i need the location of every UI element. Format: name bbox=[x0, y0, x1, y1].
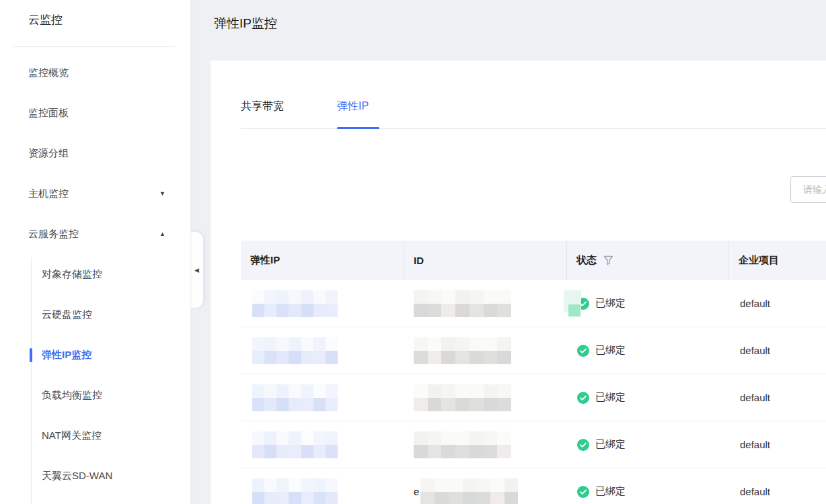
mosaic-block bbox=[490, 492, 504, 504]
mosaic-block bbox=[435, 492, 449, 504]
collapse-arrow-icon: ◀ bbox=[194, 267, 199, 274]
mosaic-band bbox=[414, 337, 511, 351]
status-label: 已绑定 bbox=[595, 438, 626, 451]
mosaic-block bbox=[484, 337, 498, 351]
mosaic-block bbox=[264, 337, 276, 351]
sidebar-subitem[interactable]: 天翼云SD-WAN bbox=[0, 456, 190, 496]
content-card: 共享带宽 弹性IP 弹性IPID状态企业项目 已绑定default已绑定defa… bbox=[211, 60, 826, 504]
mosaic-block bbox=[252, 445, 264, 458]
mosaic-block bbox=[313, 290, 326, 304]
mosaic-band bbox=[414, 431, 511, 445]
mosaic-block bbox=[463, 492, 477, 504]
sidebar-collapse-handle[interactable]: ◀ bbox=[190, 232, 203, 308]
mosaic-block bbox=[470, 290, 484, 304]
sidebar-item[interactable]: 监控面板 bbox=[0, 93, 190, 133]
mosaic-block bbox=[326, 337, 338, 351]
sidebar-item[interactable]: 监控概览 bbox=[0, 52, 190, 93]
mosaic-block bbox=[497, 398, 511, 411]
status-check-icon bbox=[577, 486, 589, 498]
mosaic-block bbox=[264, 351, 276, 364]
mosaic-block bbox=[455, 398, 470, 411]
censor-overlay bbox=[568, 304, 580, 317]
mosaic-block bbox=[470, 351, 484, 364]
cell-elastic-ip bbox=[241, 327, 404, 374]
table-row[interactable]: 已绑定default bbox=[241, 327, 826, 374]
mosaic-band bbox=[252, 431, 338, 445]
cell-status: 已绑定 bbox=[566, 327, 728, 374]
table-row[interactable]: 已绑定default bbox=[241, 374, 826, 421]
sidebar-item-label: 云服务监控 bbox=[28, 228, 79, 241]
column-header-label: 弹性IP bbox=[250, 254, 280, 267]
mosaic-block bbox=[428, 384, 442, 398]
status-badge: 已绑定 bbox=[566, 438, 626, 451]
mosaic-block bbox=[497, 290, 511, 304]
mosaic-block bbox=[476, 478, 490, 492]
tab-shared-bandwidth[interactable]: 共享带宽 bbox=[241, 99, 284, 114]
sidebar-subitem-label: 负载均衡监控 bbox=[42, 389, 102, 402]
cell-status: 已绑定 bbox=[566, 280, 728, 327]
table-row[interactable]: e已绑定default bbox=[241, 468, 826, 504]
sidebar-item-label: 监控概览 bbox=[28, 67, 69, 79]
mosaic-block bbox=[463, 478, 477, 492]
filter-funnel-icon[interactable] bbox=[603, 255, 613, 265]
sidebar-subitem[interactable]: 对象存储监控 bbox=[0, 254, 190, 294]
mosaic-block bbox=[289, 398, 301, 411]
mosaic-block bbox=[264, 478, 276, 492]
mosaic-band bbox=[414, 351, 511, 364]
cell-id bbox=[404, 374, 566, 421]
mosaic-block bbox=[264, 492, 276, 504]
sidebar-item-label: 监控面板 bbox=[28, 107, 69, 120]
mosaic-block bbox=[428, 445, 442, 458]
mosaic-band bbox=[252, 337, 338, 351]
sidebar-item[interactable]: 云服务监控▲ bbox=[0, 214, 190, 254]
sidebar-subitem-label: NAT网关监控 bbox=[42, 429, 102, 442]
cell-elastic-ip bbox=[241, 280, 404, 327]
mosaic-block bbox=[484, 445, 498, 458]
mosaic-block bbox=[504, 478, 519, 492]
mosaic-block bbox=[252, 290, 264, 304]
mosaic-block bbox=[276, 492, 289, 504]
mosaic-block bbox=[455, 304, 470, 317]
sidebar-item[interactable]: 主机监控▼ bbox=[0, 173, 190, 214]
mosaic-block bbox=[414, 398, 428, 411]
mosaic-block bbox=[252, 492, 264, 504]
mosaic-block bbox=[484, 431, 498, 445]
sidebar-subitem[interactable]: 负载均衡监控 bbox=[0, 375, 190, 415]
mosaic-block bbox=[276, 351, 289, 364]
mosaic-band bbox=[414, 398, 511, 411]
mosaic-band bbox=[252, 304, 338, 317]
censored-value bbox=[420, 478, 518, 504]
mosaic-band bbox=[414, 445, 511, 458]
mosaic-block bbox=[313, 351, 326, 364]
mosaic-block bbox=[264, 398, 276, 411]
mosaic-block bbox=[289, 492, 301, 504]
sidebar-item[interactable]: 资源分组 bbox=[0, 133, 190, 173]
active-item-marker bbox=[30, 348, 32, 362]
mosaic-block bbox=[484, 398, 498, 411]
mosaic-block bbox=[414, 431, 428, 445]
cell-id bbox=[404, 421, 566, 468]
censored-value bbox=[414, 431, 511, 458]
search-input[interactable] bbox=[790, 176, 826, 203]
sidebar-subitem[interactable]: 云硬盘监控 bbox=[0, 294, 190, 335]
mosaic-block bbox=[252, 478, 264, 492]
table-row[interactable]: 已绑定default bbox=[241, 280, 826, 327]
mosaic-band bbox=[252, 492, 338, 504]
mosaic-block bbox=[326, 492, 338, 504]
mosaic-block bbox=[455, 337, 470, 351]
mosaic-block bbox=[252, 337, 264, 351]
status-check-icon bbox=[577, 392, 589, 404]
status-badge: 已绑定 bbox=[566, 344, 626, 357]
mosaic-block bbox=[484, 304, 498, 317]
mosaic-block bbox=[414, 304, 428, 317]
sidebar-subitem[interactable]: 弹性IP监控 bbox=[0, 335, 190, 375]
tab-elastic-ip[interactable]: 弹性IP bbox=[337, 99, 369, 114]
sidebar-item-label: 主机监控 bbox=[28, 187, 69, 200]
sidebar-subitem[interactable]: NAT网关监控 bbox=[0, 415, 190, 456]
mosaic-block bbox=[276, 398, 289, 411]
mosaic-block bbox=[289, 337, 301, 351]
status-badge: 已绑定 bbox=[566, 485, 626, 498]
mosaic-band bbox=[420, 492, 518, 504]
mosaic-block bbox=[441, 384, 455, 398]
table-row[interactable]: 已绑定default bbox=[241, 421, 826, 468]
